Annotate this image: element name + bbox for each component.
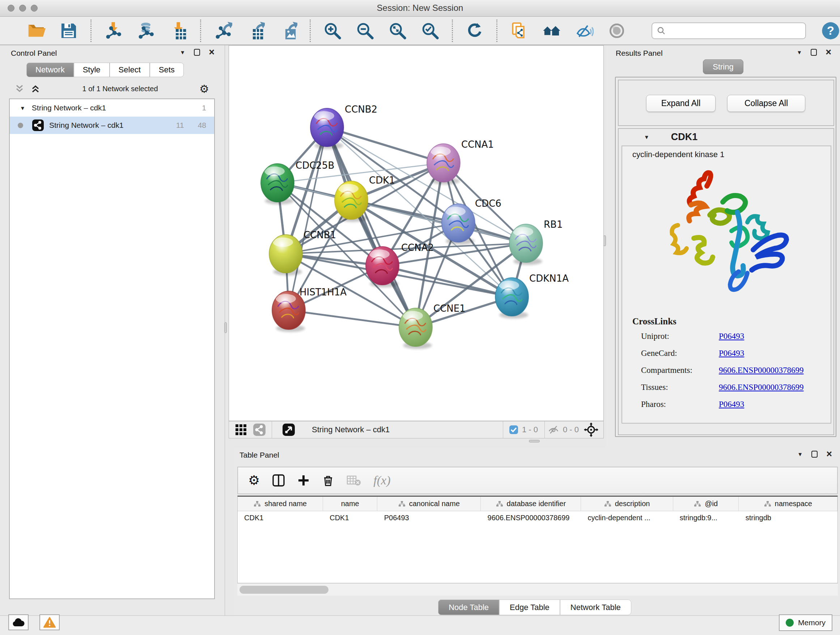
bottom-splitter-handle[interactable] — [529, 440, 540, 442]
collapse-panel-icon[interactable]: ▼ — [180, 49, 185, 55]
column-header-namespace[interactable]: namespace — [739, 497, 837, 511]
column-header-database-identifier[interactable]: database identifier — [481, 497, 581, 511]
float-panel-icon[interactable] — [194, 49, 200, 56]
save-icon[interactable] — [59, 21, 78, 40]
left-splitter-handle[interactable] — [224, 322, 227, 333]
collapse-all-button[interactable]: Collapse All — [727, 95, 805, 112]
close-panel-icon[interactable]: × — [209, 49, 215, 56]
share-document-icon[interactable] — [510, 21, 529, 40]
warnings-button[interactable] — [39, 614, 60, 630]
float-table-icon[interactable] — [812, 451, 818, 458]
gear-icon[interactable]: ⚙ — [199, 82, 209, 95]
open-in-new-window-icon[interactable] — [282, 423, 295, 436]
collapse-results-icon[interactable]: ▼ — [797, 49, 802, 55]
close-results-icon[interactable]: × — [826, 49, 831, 56]
zoom-fit-icon[interactable] — [388, 21, 407, 40]
close-window-button[interactable] — [8, 5, 14, 11]
hidden-eye-icon — [548, 424, 559, 435]
zoom-out-icon[interactable] — [355, 21, 374, 40]
crosslink-link[interactable]: 9606.ENSP00000378699 — [719, 383, 804, 392]
crosslink-link[interactable]: P06493 — [719, 348, 744, 358]
table-cell[interactable]: stringdb:9... — [673, 511, 739, 524]
tab-select[interactable]: Select — [110, 63, 150, 77]
minimize-window-button[interactable] — [19, 5, 26, 11]
string-view-icon[interactable] — [253, 423, 266, 436]
tab-node-table[interactable]: Node Table — [438, 600, 499, 615]
table-cell[interactable]: 9606.ENSP00000378699 — [481, 511, 581, 524]
export-image-icon[interactable] — [279, 21, 297, 40]
fit-content-icon[interactable] — [584, 423, 598, 437]
collapse-table-icon[interactable]: ▼ — [797, 451, 803, 457]
crosslink-link[interactable]: 9606.ENSP00000378699 — [719, 366, 804, 375]
home-icon[interactable] — [542, 21, 561, 40]
show-columns-icon[interactable] — [272, 474, 285, 487]
node-label-CDC6: CDC6 — [475, 198, 501, 209]
network-collection-row[interactable]: ▼ String Network – cdk1 1 — [10, 99, 214, 117]
table-hscrollbar-thumb[interactable] — [240, 586, 328, 594]
results-panel-title: Results Panel — [616, 49, 663, 57]
delete-column-icon[interactable] — [322, 474, 334, 486]
edge-CCNB2-CCNA1[interactable] — [327, 127, 444, 163]
table-row[interactable]: CDK1CDK1P064939606.ENSP00000378699cyclin… — [238, 511, 837, 524]
column-header--id[interactable]: @id — [673, 497, 739, 511]
cloud-button[interactable] — [8, 614, 28, 630]
network-graph[interactable]: CCNB2 CCNA1 CDC25B CDK1 CDC6 RB1 — [229, 46, 604, 421]
help-icon[interactable]: ? — [821, 21, 840, 40]
expand-all-icon[interactable] — [30, 83, 41, 94]
export-network-icon[interactable] — [213, 21, 232, 40]
tab-edge-table[interactable]: Edge Table — [499, 600, 560, 615]
export-table-icon[interactable] — [246, 21, 265, 40]
import-table-icon[interactable] — [169, 21, 188, 40]
close-table-icon[interactable]: × — [826, 451, 832, 458]
import-database-icon[interactable] — [136, 21, 155, 40]
column-header-description[interactable]: description — [581, 497, 673, 511]
edge-CCNB2-HIST1H1A[interactable] — [289, 127, 327, 310]
float-results-icon[interactable] — [811, 49, 817, 56]
column-header-shared-name[interactable]: shared name — [238, 497, 323, 511]
hide-eye-icon[interactable] — [575, 21, 594, 40]
refresh-icon[interactable] — [465, 21, 484, 40]
protein-structure-image — [662, 165, 792, 306]
column-header-name[interactable]: name — [323, 497, 377, 511]
zoom-in-icon[interactable] — [323, 21, 342, 40]
expand-all-button[interactable]: Expand All — [646, 95, 715, 112]
tab-sets[interactable]: Sets — [150, 63, 184, 77]
tab-network-table[interactable]: Network Table — [560, 600, 631, 615]
search-input[interactable] — [652, 22, 806, 39]
crosslink-link[interactable]: P06493 — [719, 400, 744, 409]
node-CCNE1[interactable]: CCNE1 — [399, 303, 466, 349]
table-cell[interactable]: CDK1 — [323, 511, 378, 524]
column-header-canonical-name[interactable]: canonical name — [377, 497, 481, 511]
crosslink-link[interactable]: P06493 — [719, 332, 744, 341]
collapse-all-icon[interactable] — [14, 83, 25, 94]
memory-button[interactable]: Memory — [779, 614, 832, 631]
collapse-gene-icon[interactable]: ▼ — [644, 134, 649, 140]
tab-style[interactable]: Style — [74, 63, 110, 77]
tab-string[interactable]: String — [703, 59, 743, 74]
table-hscrollbar[interactable] — [237, 583, 838, 595]
table-settings-gear-icon[interactable]: ⚙ — [248, 473, 260, 488]
selected-checkbox-icon[interactable] — [509, 425, 518, 434]
tab-network[interactable]: Network — [27, 63, 74, 77]
node-CCNA1[interactable]: CCNA1 — [427, 139, 494, 185]
add-column-icon[interactable] — [297, 474, 309, 486]
node-CDC6[interactable]: CDC6 — [442, 198, 501, 245]
node-HIST1H1A[interactable]: HIST1H1A — [272, 287, 347, 332]
table-cell[interactable]: CDK1 — [238, 511, 323, 524]
table-cell[interactable]: P06493 — [378, 511, 481, 524]
import-network-icon[interactable] — [104, 21, 123, 40]
network-view-canvas[interactable]: CCNB2 CCNA1 CDC25B CDK1 CDC6 RB1 — [229, 45, 604, 421]
zoom-selected-icon[interactable] — [421, 21, 439, 40]
preview-eye-icon[interactable] — [607, 21, 626, 40]
node-RB1[interactable]: RB1 — [509, 219, 562, 265]
network-row-selected[interactable]: String Network – cdk1 11 48 — [10, 117, 214, 134]
birds-eye-view-icon[interactable] — [235, 424, 247, 436]
open-folder-icon[interactable] — [27, 21, 46, 40]
edge-HIST1H1A-CCNE1[interactable] — [289, 310, 416, 327]
control-panel: Control Panel ▼ × Network Style Select S… — [0, 45, 225, 616]
table-cell[interactable]: stringdb — [739, 511, 837, 524]
table-cell[interactable]: cyclin-dependent ... — [581, 511, 673, 524]
tree-expand-icon[interactable]: ▼ — [20, 105, 25, 111]
node-CDKN1A[interactable]: CDKN1A — [495, 273, 569, 318]
zoom-window-button[interactable] — [31, 5, 38, 11]
